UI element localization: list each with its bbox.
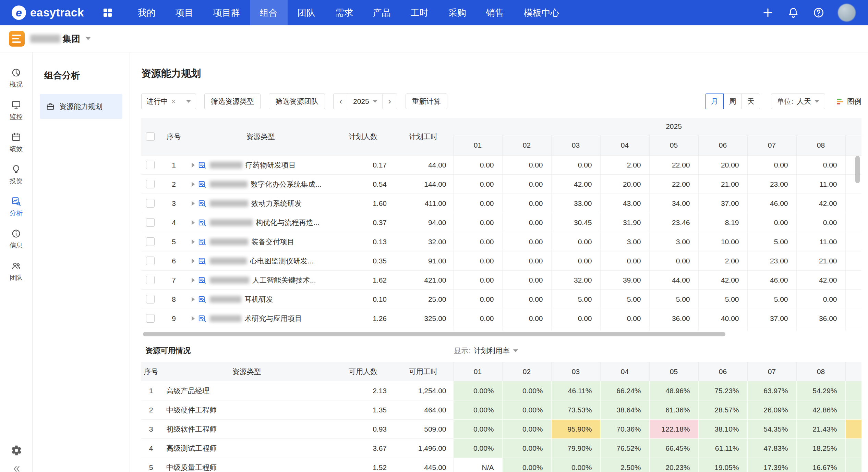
sidebar-item-resource-capacity-planning[interactable]: 资源能力规划	[40, 94, 122, 119]
table-row[interactable]: 7人工智能关键技术...1.62421.000.000.0032.0039.00…	[141, 271, 861, 290]
table-row[interactable]: 1疗药物研发项目0.1744.000.000.000.002.0022.0020…	[141, 156, 861, 175]
nav-item-项目群[interactable]: 项目群	[203, 0, 250, 25]
row-checkbox[interactable]	[146, 314, 155, 323]
table-row[interactable]: 8耳机研发0.1025.000.000.005.005.005.005.005.…	[141, 290, 861, 309]
sidebar-item-投资[interactable]: 投资	[0, 159, 33, 191]
prev-year-button[interactable]: ‹	[334, 94, 348, 109]
sidebar-item-label: 投资	[10, 177, 23, 186]
sidebar-item-label: 监控	[10, 112, 23, 121]
app-logo[interactable]: e easytrack	[12, 5, 84, 20]
avatar[interactable]	[838, 4, 856, 22]
table-row[interactable]: 1高级产品经理2.131,254.000.00%0.00%46.11%66.24…	[141, 381, 861, 400]
table-row[interactable]: 3效动力系统研发1.60411.000.000.0033.0043.0034.0…	[141, 194, 861, 213]
company-selector[interactable]: 集团	[30, 33, 91, 45]
table-row[interactable]: 6心电图监测仪研发...0.3591.000.000.000.000.000.0…	[141, 251, 861, 271]
month-value-cell: 31.90	[600, 213, 649, 232]
table-row[interactable]: 5装备交付项目0.1332.000.000.000.003.003.0010.0…	[141, 232, 861, 251]
recalculate-button[interactable]: 重新计算	[406, 94, 447, 109]
row-checkbox[interactable]	[146, 257, 155, 265]
month-value-cell: 46.00	[747, 271, 796, 290]
nav-item-项目[interactable]: 项目	[166, 0, 203, 25]
view-option-天[interactable]: 天	[742, 94, 760, 109]
expand-caret-icon[interactable]	[192, 297, 195, 302]
table-row[interactable]: 2数字化办公系统集成...0.54144.000.000.0042.0020.0…	[141, 175, 861, 194]
row-number: 1	[141, 381, 161, 400]
expand-caret-icon[interactable]	[192, 278, 195, 283]
month-header-clipped	[845, 135, 861, 156]
expand-caret-icon[interactable]	[192, 220, 195, 225]
sidebar-item-团队[interactable]: 团队	[0, 255, 33, 287]
planned-hours-cell: 421.00	[394, 271, 453, 290]
nav-item-产品[interactable]: 产品	[363, 0, 401, 25]
month-value-cell: 8.19	[698, 213, 747, 232]
nav-item-工时[interactable]: 工时	[401, 0, 438, 25]
table-row[interactable]: 4构优化与流程再造...0.3794.000.000.0030.4531.902…	[141, 213, 861, 232]
table-row[interactable]: 2中级硬件工程师1.35464.000.00%0.00%73.53%38.64%…	[141, 400, 861, 420]
nav-item-需求[interactable]: 需求	[325, 0, 363, 25]
vertical-scrollbar-thumb[interactable]	[855, 156, 860, 183]
expand-caret-icon[interactable]	[192, 316, 195, 321]
year-select[interactable]: 2025	[348, 94, 383, 109]
table-row[interactable]: 4高级测试工程师3.671,496.000.00%0.00%79.90%76.5…	[141, 439, 861, 458]
table-row[interactable]: 3初级软件工程师0.93509.000.00%0.00%95.90%70.36%…	[141, 420, 861, 439]
unit-select[interactable]: 单位: 人天	[771, 94, 825, 109]
nav-item-团队[interactable]: 团队	[288, 0, 325, 25]
display-label: 显示:	[454, 346, 470, 356]
expand-caret-icon[interactable]	[192, 259, 195, 263]
utilization-cell: 28.57%	[698, 400, 747, 420]
utilization-cell: 79.90%	[551, 439, 600, 458]
sidebar-item-概况[interactable]: 概况	[0, 62, 33, 94]
view-option-月[interactable]: 月	[705, 94, 724, 109]
row-checkbox[interactable]	[146, 199, 155, 208]
table-row[interactable]: 9术研究与应用项目1.26325.000.000.000.000.0036.00…	[141, 309, 861, 328]
apps-grid-icon[interactable]	[102, 7, 113, 18]
nav-item-采购[interactable]: 采购	[438, 0, 476, 25]
nav-item-销售[interactable]: 销售	[476, 0, 514, 25]
filter-resource-team-button[interactable]: 筛选资源团队	[269, 94, 325, 109]
table-row[interactable]: 5中级质量工程师1.52445.00N/A0.00%0.00%2.50%20.2…	[141, 458, 861, 472]
gear-icon[interactable]	[11, 445, 22, 456]
row-checkbox[interactable]	[146, 180, 155, 188]
planned-people-cell: 1.62	[333, 271, 394, 290]
nav-item-组合[interactable]: 组合	[250, 0, 288, 25]
expand-caret-icon[interactable]	[192, 163, 195, 167]
expand-caret-icon[interactable]	[192, 182, 195, 187]
status-filter-select[interactable]: 进行中 ×	[141, 94, 196, 109]
month-header-06: 06	[698, 135, 747, 156]
sidebar-item-信息[interactable]: 信息	[0, 223, 33, 255]
available-people-cell: 1.52	[333, 458, 394, 472]
nav-item-模板中心[interactable]: 模板中心	[514, 0, 569, 25]
sidebar-item-监控[interactable]: 监控	[0, 94, 33, 126]
select-all-checkbox[interactable]	[146, 132, 155, 141]
column-header-可用工时: 可用工时	[394, 362, 453, 381]
expand-caret-icon[interactable]	[192, 239, 195, 244]
plus-icon[interactable]	[762, 7, 774, 19]
nav-item-我的[interactable]: 我的	[128, 0, 166, 25]
row-checkbox[interactable]	[146, 161, 155, 169]
row-checkbox[interactable]	[146, 218, 155, 227]
view-toggle: 月周天	[705, 94, 760, 109]
project-icon	[198, 218, 207, 227]
row-checkbox[interactable]	[146, 276, 155, 284]
filter-resource-type-button[interactable]: 筛选资源类型	[204, 94, 261, 109]
help-icon[interactable]	[812, 7, 825, 19]
sidebar-item-label: 绩效	[10, 145, 23, 153]
remove-filter-icon[interactable]: ×	[171, 98, 176, 105]
row-checkbox[interactable]	[146, 237, 155, 246]
sidebar-item-绩效[interactable]: 绩效	[0, 126, 33, 159]
sidebar-item-分析[interactable]: 分析	[0, 191, 33, 223]
expand-caret-icon[interactable]	[192, 201, 195, 206]
display-mode-select[interactable]: 显示: 计划利用率	[454, 346, 518, 356]
legend-toggle[interactable]: 图例	[836, 97, 861, 106]
utilization-cell: 66.45%	[649, 439, 698, 458]
view-option-周[interactable]: 周	[723, 94, 742, 109]
row-number: 5	[159, 232, 189, 251]
horizontal-scrollbar-thumb[interactable]	[143, 332, 725, 336]
planned-hours-cell: 144.00	[394, 175, 453, 194]
row-checkbox[interactable]	[146, 295, 155, 303]
bell-icon[interactable]	[787, 7, 799, 19]
collapse-sidebar-icon[interactable]	[11, 464, 22, 472]
next-year-button[interactable]: ›	[383, 94, 397, 109]
month-value-cell: 23.46	[649, 213, 698, 232]
table-row[interactable]: 10算法优化技术预研0.0820.00	[141, 328, 861, 331]
